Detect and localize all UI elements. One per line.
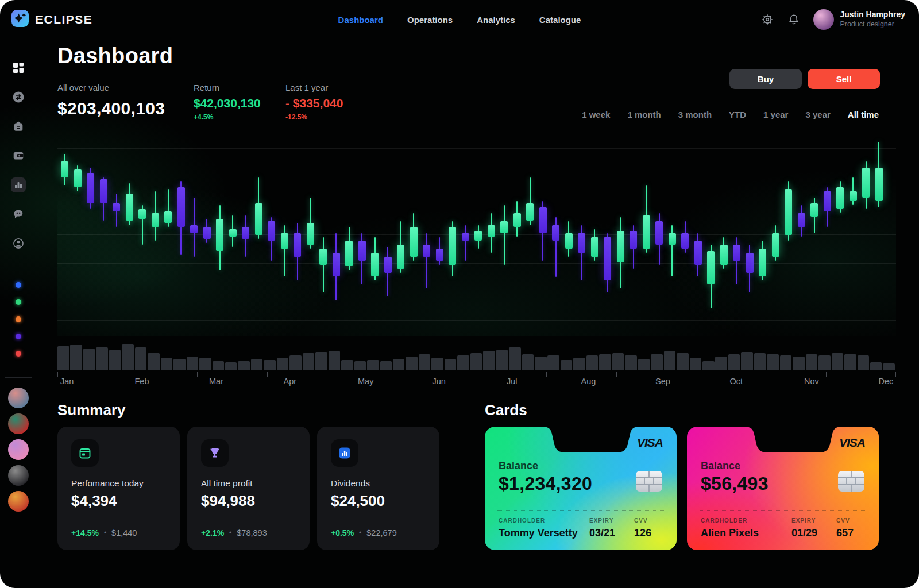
candle-body-down	[242, 227, 249, 239]
volume-bar	[315, 352, 327, 370]
summary-amount: $1,440	[111, 528, 137, 537]
nav-analytics[interactable]: Analytics	[477, 15, 515, 25]
volume-bar	[818, 355, 831, 370]
stat-value: $42,030,130	[194, 96, 261, 110]
candle-body-up	[643, 215, 650, 249]
volume-bar	[251, 359, 263, 370]
sell-button[interactable]: Sell	[808, 69, 880, 89]
stats-icon[interactable]	[11, 177, 26, 192]
candlestick-chart	[57, 138, 896, 336]
x-axis-tick	[407, 372, 407, 377]
contact-avatar[interactable]	[8, 413, 29, 434]
candle-body-up	[875, 168, 883, 202]
expiry-value: 03/21	[589, 527, 634, 539]
x-axis-tick	[197, 372, 198, 377]
volume-bar	[715, 357, 727, 370]
candle-body-up	[488, 225, 495, 237]
nav-catalogue[interactable]: Catalogue	[539, 15, 581, 25]
candle-body-up	[255, 203, 262, 235]
candle-body-up	[526, 203, 534, 221]
profile-icon[interactable]	[11, 236, 26, 251]
volume-bar	[109, 350, 121, 370]
watchlist-dot[interactable]	[16, 351, 21, 357]
volume-bar	[509, 347, 521, 370]
exchange-icon[interactable]	[11, 90, 26, 105]
portfolio-icon[interactable]	[11, 119, 26, 134]
header-right: Justin Hamphrey Product designer	[760, 0, 905, 39]
volume-bar	[496, 350, 508, 370]
contact-avatar[interactable]	[8, 388, 29, 408]
range-3-month[interactable]: 3 month	[678, 110, 712, 119]
volume-bar	[70, 345, 82, 370]
nav-dashboard[interactable]: Dashboard	[338, 15, 383, 25]
summary-value: $4,394	[71, 492, 166, 510]
main-nav: Dashboard Operations Analytics Catalogue	[338, 0, 581, 39]
range-ytd[interactable]: YTD	[729, 110, 746, 119]
candle-body-down	[436, 249, 443, 261]
candle-body-up	[371, 253, 379, 276]
x-axis-tick	[267, 372, 268, 377]
card-chip-icon	[635, 470, 663, 494]
cards-title: Cards	[485, 401, 527, 419]
brand[interactable]: ECLIPSE	[11, 10, 92, 29]
expiry-label: EXPIRY	[791, 517, 836, 524]
x-axis-label: Jan	[60, 377, 74, 386]
summary-value: $24,500	[331, 492, 426, 510]
notifications-bell-icon[interactable]	[787, 13, 801, 26]
range-1-week[interactable]: 1 week	[582, 110, 610, 119]
summary-amount: $78,893	[237, 528, 267, 537]
user-menu[interactable]: Justin Hamphrey Product designer	[813, 9, 905, 30]
cvv-value: 657	[836, 527, 867, 539]
x-axis-label: May	[358, 377, 373, 386]
candle-body-up	[617, 231, 624, 262]
range-1-year[interactable]: 1 year	[763, 110, 788, 119]
volume-bar	[457, 355, 469, 370]
summary-title: Summary	[57, 401, 126, 419]
watchlist-dot[interactable]	[16, 299, 21, 305]
volume-bar	[238, 361, 250, 370]
stat-change: +4.5%	[194, 113, 261, 121]
candle-body-down	[190, 225, 198, 233]
contact-avatar[interactable]	[8, 439, 29, 460]
chat-icon[interactable]	[11, 207, 26, 222]
settings-gear-icon[interactable]	[760, 13, 774, 26]
nav-operations[interactable]: Operations	[407, 15, 453, 25]
watchlist-dot[interactable]	[16, 282, 21, 288]
candle-wick-up	[504, 205, 505, 265]
credit-card-sunset[interactable]: VISA Balance $56,493 CARDHOLDER Alien Pi…	[687, 427, 879, 550]
volume-bar	[741, 352, 753, 370]
summary-label: Perfomance today	[71, 478, 166, 489]
contact-avatar[interactable]	[8, 491, 29, 512]
volume-bar	[561, 360, 573, 370]
stat-label: All over value	[57, 83, 165, 92]
x-axis-label: Oct	[730, 377, 743, 386]
expiry-value: 01/29	[791, 527, 836, 539]
range-1-month[interactable]: 1 month	[627, 110, 661, 119]
candle-body-down	[384, 257, 392, 273]
volume-bar	[547, 355, 559, 370]
volume-bar	[483, 351, 495, 370]
stat-value: - $335,040	[285, 96, 343, 110]
time-range-selector: 1 week1 month3 monthYTD1 year3 yearAll t…	[582, 110, 879, 119]
expiry-label: EXPIRY	[589, 517, 634, 524]
volume-bar	[354, 361, 366, 370]
wallet-icon[interactable]	[11, 148, 26, 163]
x-axis-tick	[686, 372, 686, 377]
stat-label: Return	[194, 83, 261, 92]
watchlist-dot[interactable]	[16, 334, 21, 339]
volume-bar	[702, 361, 715, 370]
buy-button[interactable]: Buy	[729, 69, 802, 89]
x-axis-label: Aug	[581, 377, 596, 386]
watchlist-dot[interactable]	[16, 316, 21, 322]
dashboard-grid-icon[interactable]	[11, 60, 26, 75]
range-all-time[interactable]: All time	[848, 110, 879, 119]
x-axis-tick	[128, 372, 128, 377]
volume-bar	[858, 355, 870, 370]
stat-label: Last 1 year	[285, 83, 343, 92]
eclipse-logo-icon	[11, 10, 29, 29]
contact-avatar[interactable]	[8, 465, 29, 486]
volume-bar	[677, 353, 689, 370]
credit-card-green[interactable]: VISA Balance $1,234,320 CARDHOLDER Tommy…	[485, 427, 677, 550]
range-3-year[interactable]: 3 year	[805, 110, 830, 119]
candle-body-down	[113, 203, 120, 211]
